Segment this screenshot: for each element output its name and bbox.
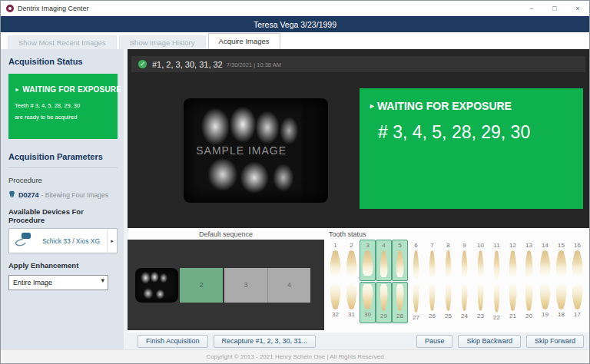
tooth-cell-10[interactable]: 10 bbox=[472, 240, 489, 281]
tooth-cell-20[interactable]: 20 bbox=[521, 282, 537, 323]
tooth-icon bbox=[572, 284, 583, 309]
tooth-cell-1[interactable]: 1 bbox=[327, 240, 343, 281]
tooth-number: 28 bbox=[396, 312, 403, 320]
sequence-slot-number: 2 bbox=[199, 281, 203, 289]
tooth-icon bbox=[446, 250, 452, 277]
tooth-cell-22[interactable]: 22 bbox=[489, 282, 505, 323]
tooth-cell-6[interactable]: 6 bbox=[408, 240, 424, 281]
tooth-icon bbox=[572, 250, 583, 276]
device-expand-arrow-icon[interactable]: ▸ bbox=[107, 229, 117, 253]
tooth-cell-5[interactable]: 5 bbox=[392, 240, 408, 281]
tooth-number: 29 bbox=[380, 312, 387, 320]
image-timestamp: 7/30/2021 | 10:38 AM bbox=[227, 61, 281, 68]
tooth-icon bbox=[380, 284, 388, 311]
tooth-number: 6 bbox=[414, 241, 417, 250]
tooth-icon bbox=[540, 250, 551, 276]
tooth-number: 5 bbox=[398, 241, 401, 250]
acquisition-status-heading: Acquisition Status bbox=[8, 57, 118, 66]
tooth-number: 11 bbox=[493, 241, 499, 250]
finish-acquisition-button[interactable]: Finish Acquisition bbox=[138, 335, 208, 348]
device-select-button[interactable]: Schick 33 / Xios XG ▸ bbox=[8, 228, 118, 253]
tooth-number: 20 bbox=[525, 312, 532, 320]
tooth-icon bbox=[446, 284, 452, 311]
default-sequence-section: Default sequence 234 bbox=[128, 230, 324, 333]
tooth-cell-25[interactable]: 25 bbox=[440, 282, 456, 323]
tooth-cell-4[interactable]: 4 bbox=[376, 240, 392, 281]
tooth-cell-18[interactable]: 18 bbox=[553, 282, 569, 323]
tooth-cell-7[interactable]: 7 bbox=[424, 240, 440, 281]
tooth-cell-32[interactable]: 32 bbox=[327, 282, 343, 323]
tooth-icon bbox=[509, 250, 517, 277]
tooth-cell-3[interactable]: 3 bbox=[360, 240, 376, 281]
recapture-button[interactable]: Recapture #1, 2, 3, 30, 31... bbox=[214, 335, 317, 348]
maximize-button[interactable]: □ bbox=[543, 1, 566, 16]
tooth-icon bbox=[556, 250, 567, 276]
sequence-slot-4[interactable]: 4 bbox=[267, 268, 310, 303]
tooth-cell-21[interactable]: 21 bbox=[505, 282, 521, 323]
tooth-number: 2 bbox=[350, 241, 353, 250]
tooth-cell-12[interactable]: 12 bbox=[505, 240, 521, 281]
check-icon: ✓ bbox=[138, 60, 147, 68]
tab-show-most-recent-images[interactable]: Show Most Recent Images bbox=[8, 35, 117, 49]
skip-forward-button[interactable]: Skip Forward bbox=[526, 335, 584, 348]
tooth-cell-31[interactable]: 31 bbox=[343, 282, 360, 323]
image-viewer: ✓ #1, 2, 3, 30, 31, 32 7/30/2021 | 10:38… bbox=[128, 49, 589, 228]
tooth-icon bbox=[413, 284, 419, 313]
tooth-cell-11[interactable]: 11 bbox=[489, 240, 505, 281]
skip-backward-button[interactable]: Skip Backward bbox=[458, 335, 521, 348]
content-area: Acquisition Status ►WAITING FOR EXPOSURE… bbox=[1, 49, 589, 349]
tooth-cell-30[interactable]: 30 bbox=[360, 282, 376, 323]
tooth-cell-14[interactable]: 14 bbox=[537, 240, 553, 281]
tooth-cell-2[interactable]: 2 bbox=[343, 240, 360, 281]
tooth-number: 10 bbox=[477, 241, 484, 250]
enhancement-select[interactable]: Entire Image bbox=[8, 275, 108, 290]
sequence-slot-thumbnail[interactable] bbox=[135, 268, 178, 303]
enhancement-select-wrap: Entire Image ▾ bbox=[8, 274, 108, 290]
status-title: ►WAITING FOR EXPOSURE bbox=[15, 85, 111, 94]
tooth-cell-16[interactable]: 16 bbox=[569, 240, 585, 281]
sequence-slot-number: 4 bbox=[287, 281, 291, 289]
tooth-icon bbox=[462, 250, 468, 277]
action-bar: Finish Acquisition Recapture #1, 2, 3, 3… bbox=[128, 333, 589, 349]
sequence-slot-2[interactable]: 2 bbox=[180, 268, 223, 303]
tooth-icon bbox=[429, 250, 436, 277]
play-arrow-icon: ► bbox=[369, 102, 376, 110]
acquisition-status-box: ►WAITING FOR EXPOSURE Teeth # 3, 4, 5, 2… bbox=[8, 74, 118, 139]
tooth-cell-23[interactable]: 23 bbox=[472, 282, 489, 323]
tooth-number: 27 bbox=[413, 313, 419, 322]
tooth-cell-15[interactable]: 15 bbox=[553, 240, 569, 281]
close-button[interactable]: × bbox=[566, 1, 589, 16]
tooth-cell-9[interactable]: 9 bbox=[456, 240, 472, 281]
tooth-cell-8[interactable]: 8 bbox=[440, 240, 456, 281]
tooth-cell-29[interactable]: 29 bbox=[376, 282, 392, 323]
tooth-cell-27[interactable]: 27 bbox=[408, 282, 424, 323]
footer-bar: Copyright © 2013 - 2021 Henry Schein One… bbox=[1, 349, 589, 363]
tooth-number: 16 bbox=[574, 241, 581, 250]
tooth-cell-13[interactable]: 13 bbox=[521, 240, 537, 281]
tooth-cell-24[interactable]: 24 bbox=[456, 282, 472, 323]
procedure-code: D0274 bbox=[18, 191, 39, 199]
exposure-teeth-list: # 3, 4, 5, 28, 29, 30 bbox=[378, 122, 574, 143]
sequence-slot-3[interactable]: 3 bbox=[224, 268, 267, 303]
pause-button[interactable]: Pause bbox=[416, 335, 453, 348]
apply-enhancement-label: Apply Enhancement bbox=[8, 261, 118, 270]
tooth-number: 26 bbox=[429, 312, 436, 320]
minimize-button[interactable]: − bbox=[520, 1, 543, 16]
tooth-icon bbox=[525, 250, 533, 277]
tab-show-image-history[interactable]: Show Image History bbox=[119, 35, 206, 49]
tooth-cell-28[interactable]: 28 bbox=[392, 282, 408, 323]
tooth-cell-19[interactable]: 19 bbox=[537, 282, 553, 323]
status-teeth-line: Teeth # 3, 4, 5, 28, 29, 30 bbox=[15, 102, 111, 109]
tooth-number: 1 bbox=[333, 241, 336, 250]
tooth-cell-26[interactable]: 26 bbox=[424, 282, 440, 323]
tooth-number: 18 bbox=[558, 310, 565, 319]
procedure-separator: - bbox=[41, 191, 44, 199]
tab-acquire-images[interactable]: Acquire Images bbox=[208, 33, 280, 49]
tooth-number: 17 bbox=[574, 310, 581, 319]
sidebar: Acquisition Status ►WAITING FOR EXPOSURE… bbox=[1, 49, 124, 349]
tooth-number: 31 bbox=[348, 310, 355, 319]
tooth-number: 14 bbox=[542, 241, 549, 250]
tooth-cell-17[interactable]: 17 bbox=[569, 282, 585, 323]
tooth-number: 32 bbox=[332, 310, 339, 319]
tooth-number: 3 bbox=[366, 241, 369, 250]
